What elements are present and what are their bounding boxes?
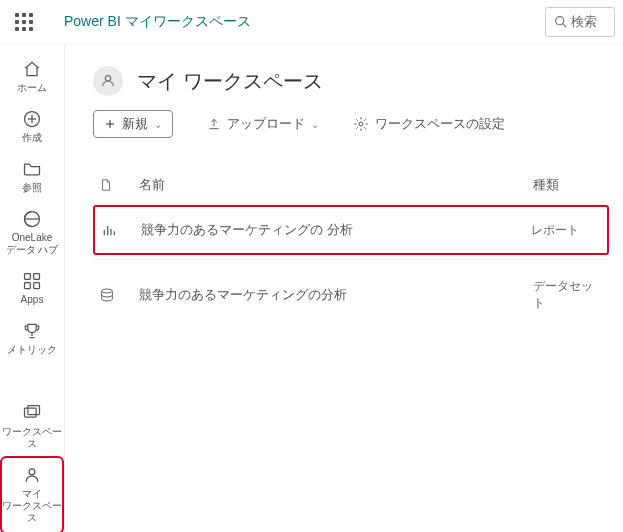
report-icon xyxy=(101,222,141,238)
apps-icon xyxy=(21,270,43,292)
sidebar-item-create[interactable]: 作成 xyxy=(2,102,62,152)
search-input[interactable]: 検索 xyxy=(545,7,615,37)
folder-icon xyxy=(21,158,43,180)
file-icon xyxy=(99,177,139,193)
top-bar: Power BI マイワークスペース 検索 xyxy=(0,0,623,44)
sidebar-item-label: Apps xyxy=(21,294,44,306)
upload-button[interactable]: アップロード ⌄ xyxy=(207,115,319,133)
sidebar-item-browse[interactable]: 参照 xyxy=(2,152,62,202)
svg-rect-6 xyxy=(25,274,31,280)
col-type-header[interactable]: 種類 xyxy=(533,176,603,194)
home-icon xyxy=(21,58,43,80)
list-row-report[interactable]: 競争力のあるマーケティングの 分析 レポート xyxy=(93,205,609,255)
sidebar-item-label: マイ ワークスペース xyxy=(2,488,62,524)
sidebar-item-onelake[interactable]: OneLake データ ハブ xyxy=(2,202,62,264)
svg-rect-7 xyxy=(34,274,40,280)
sidebar-item-home[interactable]: ホーム xyxy=(2,52,62,102)
svg-point-22 xyxy=(102,289,113,293)
svg-point-0 xyxy=(556,17,564,25)
sidebar-item-label: 作成 xyxy=(22,132,42,144)
row-name: 競争力のあるマーケティングの 分析 xyxy=(141,221,531,239)
workspace-header: マイ ワークスペース xyxy=(65,44,623,104)
svg-rect-8 xyxy=(25,283,31,289)
person-icon xyxy=(100,73,116,89)
sidebar-item-label: OneLake データ ハブ xyxy=(6,232,59,256)
row-name: 競争力のあるマーケティングの分析 xyxy=(139,286,533,304)
chevron-down-icon: ⌄ xyxy=(154,119,162,130)
list-header: 名前 種類 xyxy=(93,168,609,205)
gear-icon xyxy=(353,116,369,132)
waffle-icon xyxy=(15,13,33,31)
app-title: Power BI マイワークスペース xyxy=(64,13,251,31)
workspace-avatar xyxy=(93,66,123,96)
onelake-icon xyxy=(21,208,43,230)
plus-icon xyxy=(104,118,116,130)
svg-point-14 xyxy=(105,76,110,81)
sidebar-item-label: ホーム xyxy=(17,82,47,94)
workspace-title: マイ ワークスペース xyxy=(137,68,323,95)
toolbar: 新規 ⌄ アップロード ⌄ ワークスペースの設定 xyxy=(65,104,623,158)
plus-circle-icon xyxy=(21,108,43,130)
col-name-header[interactable]: 名前 xyxy=(139,176,533,194)
svg-rect-11 xyxy=(25,408,37,417)
sidebar-item-label: ワークスペース xyxy=(2,426,62,450)
sidebar-item-my-workspace[interactable]: マイ ワークスペース xyxy=(2,458,62,532)
svg-line-1 xyxy=(563,24,566,27)
sidebar-item-apps[interactable]: Apps xyxy=(2,264,62,314)
search-placeholder: 検索 xyxy=(571,13,597,31)
search-icon xyxy=(554,15,567,28)
item-list: 名前 種類 競争力のあるマーケティングの 分析 レポート 競争力のあるマーケティ… xyxy=(93,168,609,326)
list-row-dataset[interactable]: 競争力のあるマーケティングの分析 データセット xyxy=(93,264,609,326)
new-label: 新規 xyxy=(122,115,148,133)
svg-point-13 xyxy=(29,469,35,475)
sidebar-item-workspaces[interactable]: ワークスペース xyxy=(2,396,62,458)
dataset-icon xyxy=(99,287,139,303)
sidebar-item-label: 参照 xyxy=(22,182,42,194)
workspaces-icon xyxy=(21,402,43,424)
row-type: データセット xyxy=(533,278,603,312)
main-content: マイ ワークスペース 新規 ⌄ アップロード ⌄ ワー xyxy=(65,44,623,532)
svg-point-17 xyxy=(359,122,363,126)
svg-rect-12 xyxy=(28,406,40,415)
person-icon xyxy=(21,464,43,486)
svg-rect-9 xyxy=(34,283,40,289)
sidebar-item-metrics[interactable]: メトリック xyxy=(2,314,62,364)
app-launcher-button[interactable] xyxy=(8,6,40,38)
row-type: レポート xyxy=(531,222,601,239)
upload-label: アップロード xyxy=(227,115,305,133)
chevron-down-icon: ⌄ xyxy=(311,119,319,130)
sidebar: ホーム 作成 参照 OneLake データ ハブ Apps xyxy=(0,44,65,532)
trophy-icon xyxy=(21,320,43,342)
settings-label: ワークスペースの設定 xyxy=(375,115,505,133)
new-button[interactable]: 新規 ⌄ xyxy=(93,110,173,138)
workspace-settings-button[interactable]: ワークスペースの設定 xyxy=(353,115,505,133)
sidebar-item-label: メトリック xyxy=(7,344,57,356)
upload-icon xyxy=(207,117,221,131)
